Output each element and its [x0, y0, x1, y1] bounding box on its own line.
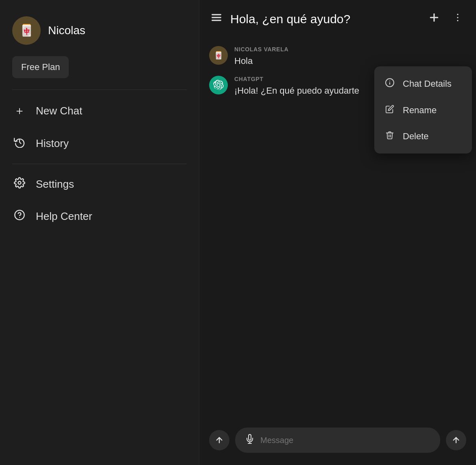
sidebar-item-label-new-chat: New Chat — [36, 105, 82, 117]
send-button[interactable] — [446, 430, 466, 450]
settings-icon — [12, 177, 27, 191]
svg-point-8 — [457, 14, 458, 15]
sidebar-item-help-center[interactable]: Help Center — [0, 200, 199, 232]
sidebar-item-label-settings: Settings — [36, 178, 74, 191]
sidebar-item-settings[interactable]: Settings — [0, 168, 199, 200]
chat-bottom — [199, 421, 476, 465]
header-actions — [425, 10, 466, 28]
messages-area: 🀄 NICOLAS VARELA Hola CHATGPT ¡Hola! ¿En… — [199, 38, 476, 421]
sidebar: 🀄 Nicolas Free Plan ＋ New Chat History — [0, 0, 199, 465]
dropdown-item-rename[interactable]: Rename — [374, 97, 472, 123]
msg-content-gpt: CHATGPT ¡Hola! ¿En qué puedo ayudarte — [234, 76, 359, 97]
message-row-user: 🀄 NICOLAS VARELA Hola — [209, 46, 466, 68]
dropdown-menu: Chat Details Rename — [374, 66, 472, 154]
sidebar-nav-bottom: Settings Help Center — [0, 164, 199, 237]
msg-text-gpt: ¡Hola! ¿En qué puedo ayudarte — [234, 84, 359, 97]
username: Nicolas — [48, 24, 85, 37]
message-input-area — [235, 428, 440, 453]
hamburger-icon[interactable] — [209, 10, 224, 28]
avatar: 🀄 — [12, 16, 41, 45]
delete-icon — [384, 131, 395, 142]
msg-sender-user: NICOLAS VARELA — [234, 46, 288, 53]
svg-point-9 — [457, 17, 458, 18]
svg-point-0 — [18, 182, 21, 184]
msg-content-user: NICOLAS VARELA Hola — [234, 46, 288, 68]
sidebar-item-new-chat[interactable]: ＋ New Chat — [0, 94, 199, 127]
info-icon — [384, 78, 395, 90]
sidebar-header: 🀄 Nicolas — [0, 0, 199, 56]
rename-icon — [384, 105, 395, 116]
more-options-button[interactable] — [449, 11, 466, 27]
add-button[interactable] — [425, 10, 443, 28]
new-chat-icon: ＋ — [12, 103, 27, 118]
dropdown-label-chat-details: Chat Details — [403, 79, 452, 89]
dropdown-item-delete[interactable]: Delete — [374, 123, 472, 149]
free-plan-badge[interactable]: Free Plan — [12, 56, 69, 78]
sidebar-item-label-history: History — [36, 137, 69, 150]
sidebar-item-label-help: Help Center — [36, 210, 92, 223]
svg-point-10 — [457, 20, 458, 21]
sidebar-item-history[interactable]: History — [0, 127, 199, 160]
mic-icon[interactable] — [245, 434, 255, 446]
dropdown-label-rename: Rename — [403, 105, 437, 116]
message-input[interactable] — [260, 436, 430, 445]
main-chat: Hola, ¿en qué ayudo? 🀄 — [199, 0, 476, 465]
avatar-emoji: 🀄 — [20, 25, 34, 36]
msg-sender-gpt: CHATGPT — [234, 76, 359, 82]
chat-title: Hola, ¿en qué ayudo? — [230, 12, 418, 26]
user-avatar: 🀄 — [209, 46, 228, 65]
chat-header: Hola, ¿en qué ayudo? — [199, 0, 476, 38]
msg-text-user: Hola — [234, 54, 288, 68]
scroll-up-button[interactable] — [209, 430, 229, 450]
help-icon — [12, 209, 27, 224]
dropdown-item-chat-details[interactable]: Chat Details — [374, 70, 472, 97]
gpt-avatar — [209, 76, 228, 94]
history-icon — [12, 136, 27, 151]
sidebar-nav: ＋ New Chat History — [0, 90, 199, 164]
dropdown-label-delete: Delete — [403, 131, 429, 142]
